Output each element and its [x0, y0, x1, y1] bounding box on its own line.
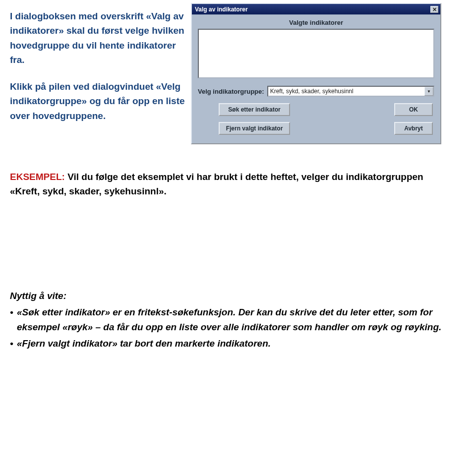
useful-bullet-2: «Fjern valgt indikator» tar bort den mar…	[10, 336, 452, 351]
search-indicator-button[interactable]: Søk etter indikator	[219, 103, 290, 116]
chevron-down-icon[interactable]: ▼	[424, 87, 433, 96]
example-label: EKSEMPEL:	[10, 172, 65, 182]
useful-heading: Nyttig å vite:	[10, 289, 452, 303]
close-icon[interactable]: ✕	[430, 6, 438, 13]
intro-para-2: Klikk på pilen ved dialogvinduet «Velg i…	[10, 79, 186, 123]
indicator-group-label: Velg indikatorgruppe:	[198, 88, 264, 95]
useful-to-know: Nyttig å vite: «Søk etter indikator» er …	[10, 289, 452, 353]
ok-button[interactable]: OK	[394, 103, 433, 116]
selected-indicators-listbox[interactable]	[198, 29, 434, 78]
cancel-button[interactable]: Avbryt	[394, 122, 433, 135]
example-paragraph: EKSEMPEL: Vil du følge det eksemplet vi …	[10, 170, 436, 199]
dialog-titlebar: Valg av indikatorer ✕	[192, 4, 440, 15]
dialog-valg-av-indikatorer: Valg av indikatorer ✕ Valgte indikatorer…	[191, 3, 441, 144]
useful-bullet-1: «Søk etter indikator» er en fritekst-søk…	[10, 305, 452, 334]
indicator-group-row: Velg indikatorgruppe: Kreft, sykd, skade…	[198, 86, 434, 97]
selected-indicators-label: Valgte indikatorer	[192, 19, 440, 26]
example-text: Vil du følge det eksemplet vi har brukt …	[10, 172, 423, 196]
intro-para-1: I dialogboksen med overskrift «Valg av i…	[10, 9, 186, 67]
indicator-group-value: Kreft, sykd, skader, sykehusinnl	[270, 88, 354, 95]
indicator-group-dropdown[interactable]: Kreft, sykd, skader, sykehusinnl ▼	[267, 86, 434, 97]
intro-text: I dialogboksen med overskrift «Valg av i…	[10, 9, 186, 135]
remove-indicator-button[interactable]: Fjern valgt indikator	[219, 122, 290, 135]
dialog-title: Valg av indikatorer	[195, 6, 430, 13]
